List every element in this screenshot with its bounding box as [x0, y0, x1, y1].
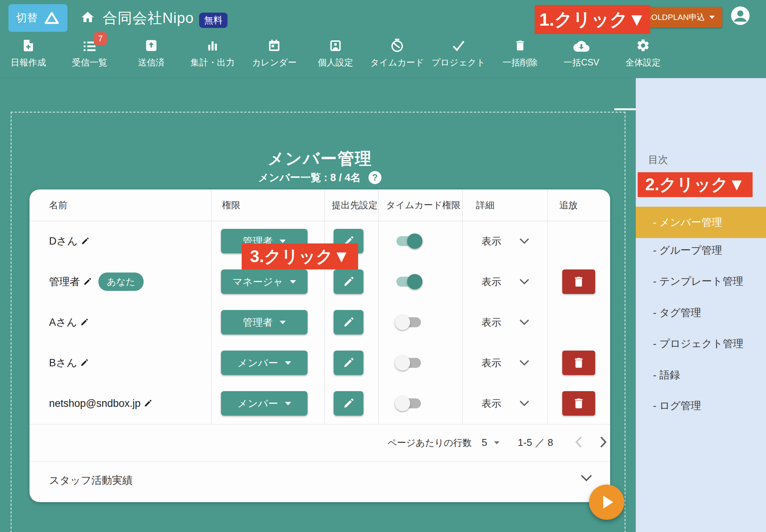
annotation-step1: 1.クリック▼ — [535, 5, 650, 34]
pencil-icon — [343, 276, 354, 287]
submit-to-edit-button[interactable] — [334, 269, 363, 294]
chevron-down-icon — [519, 400, 530, 407]
member-name: Aさん — [49, 302, 88, 343]
sidebar-item-group-management[interactable]: - グループ管理 — [636, 235, 766, 266]
switch-button[interactable]: 切替 — [8, 4, 67, 32]
prev-page-button[interactable] — [574, 436, 583, 450]
chevron-down-icon — [285, 402, 291, 405]
timecard-toggle[interactable] — [396, 277, 421, 287]
nav-label: 一括CSV — [563, 57, 599, 69]
help-icon[interactable]: ? — [368, 171, 381, 184]
pencil-icon — [343, 398, 354, 409]
staff-activity-accordion[interactable]: スタッフ活動実績 — [29, 461, 610, 502]
submit-to-edit-button[interactable] — [334, 351, 363, 375]
remove-member-button[interactable] — [562, 391, 595, 416]
timecard-toggle[interactable] — [396, 236, 421, 246]
edit-name-icon[interactable] — [81, 237, 89, 245]
rows-per-page-caret-icon[interactable] — [494, 441, 499, 444]
rows-per-page-value[interactable]: 5 — [481, 437, 487, 449]
col-header-timecard: タイムカード権限 — [386, 189, 461, 221]
role-dropdown[interactable]: メンバー — [221, 351, 308, 375]
you-chip: あなた — [98, 273, 144, 291]
outbox-icon — [144, 38, 158, 53]
person-badge-icon — [329, 38, 342, 53]
col-header-detail: 詳細 — [476, 189, 494, 221]
rows-per-page-label: ページあたりの行数 — [388, 437, 471, 449]
edit-name-icon[interactable] — [80, 318, 88, 326]
nav-item-calendar[interactable]: カレンダー — [243, 38, 306, 69]
chevron-down-icon — [519, 278, 530, 285]
col-header-name: 名前 — [49, 189, 67, 221]
page-range: 1-5 ／ 8 — [518, 436, 553, 449]
remove-member-button[interactable] — [562, 269, 595, 294]
timecard-toggle[interactable] — [396, 317, 421, 327]
nav-item-bulk-delete[interactable]: 一括削除 — [489, 38, 552, 69]
member-name: 管理者 あなた — [49, 261, 144, 302]
chevron-down-icon — [519, 238, 530, 245]
nav-label: 受信一覧 — [72, 57, 107, 69]
toc-title: 目次 — [648, 153, 668, 166]
staff-activity-label: スタッフ活動実績 — [49, 461, 133, 499]
page-title: メンバー管理 — [29, 148, 610, 170]
detail-dropdown[interactable]: 表示 — [481, 383, 530, 424]
nav-label: タイムカード — [370, 57, 424, 69]
timecard-toggle[interactable] — [396, 358, 421, 368]
nav-label: 送信済 — [138, 57, 165, 69]
pagination: ページあたりの行数 5 1-5 ／ 8 — [388, 424, 607, 461]
goldplan-label: GOLDPLAN申込 — [645, 12, 705, 23]
role-dropdown[interactable]: メンバー — [221, 391, 308, 416]
nav-item-personal-settings[interactable]: 個人設定 — [304, 38, 367, 69]
switch-button-label: 切替 — [16, 11, 38, 25]
col-header-submit-to: 提出先設定 — [332, 189, 378, 221]
chevron-down-icon — [290, 280, 296, 284]
sidebar-item-member-management[interactable]: - メンバー管理 — [636, 207, 766, 238]
annotation-step3: 3.クリック▼ — [242, 243, 358, 269]
nav-item-inbox[interactable]: 7 受信一覧 — [58, 38, 121, 69]
account-avatar-icon[interactable] — [729, 5, 751, 28]
nav-item-aggregate-output[interactable]: 集計・出力 — [181, 38, 244, 69]
nav-item-timecard[interactable]: タイムカード — [366, 38, 429, 69]
bar-chart-icon — [206, 38, 219, 53]
trash-icon — [572, 356, 585, 369]
nav-item-project[interactable]: プロジェクト — [427, 38, 490, 69]
table-row: Aさん 管理者 表示 — [29, 302, 610, 343]
chevron-down-icon — [280, 321, 286, 324]
table-row: Bさん メンバー 表示 — [29, 343, 610, 383]
member-count-text: メンバー一覧 : 8 / 4名 — [258, 171, 360, 184]
remove-member-button[interactable] — [562, 351, 595, 375]
nav-item-global-settings[interactable]: 全体設定 — [612, 38, 674, 69]
member-name: Dさん — [49, 221, 89, 261]
sidebar-item-glossary[interactable]: - 語録 — [636, 360, 766, 390]
nav-label: 日報作成 — [11, 57, 46, 69]
sidebar-item-project-management[interactable]: - プロジェクト管理 — [636, 328, 766, 359]
note-add-icon — [21, 38, 35, 53]
sidebar-item-log-management[interactable]: - ログ管理 — [636, 390, 766, 421]
next-fab-button[interactable] — [589, 485, 624, 520]
submit-to-edit-button[interactable] — [334, 310, 363, 335]
detail-dropdown[interactable]: 表示 — [481, 261, 530, 302]
home-icon[interactable] — [80, 10, 95, 26]
nav-item-bulk-csv[interactable]: 一括CSV — [550, 38, 613, 69]
nav-item-daily-report[interactable]: 日報作成 — [0, 38, 60, 69]
submit-to-edit-button[interactable] — [334, 391, 363, 416]
detail-dropdown[interactable]: 表示 — [481, 221, 530, 261]
col-header-role: 権限 — [222, 189, 241, 221]
edit-name-icon[interactable] — [80, 359, 88, 367]
detail-dropdown[interactable]: 表示 — [481, 343, 530, 383]
sidebar-item-tag-management[interactable]: - タグ管理 — [636, 297, 766, 328]
next-page-button[interactable] — [599, 436, 607, 450]
member-name: netshop@sndbox.jp — [49, 383, 152, 424]
nav-item-sent[interactable]: 送信済 — [120, 38, 183, 69]
role-dropdown[interactable]: 管理者 — [221, 310, 308, 335]
timecard-toggle[interactable] — [396, 398, 421, 408]
role-dropdown[interactable]: マネージャ — [221, 269, 308, 294]
chevron-down-icon — [280, 240, 286, 243]
top-bar: 切替 合同会社Nipo 無料 GOLDPLAN申込 — [0, 0, 766, 32]
detail-dropdown[interactable]: 表示 — [481, 302, 530, 343]
cloud-download-icon — [573, 38, 589, 53]
edit-name-icon[interactable] — [83, 277, 92, 286]
sidebar-item-template-management[interactable]: - テンプレート管理 — [636, 266, 766, 297]
edit-name-icon[interactable] — [144, 399, 152, 408]
nav-label: 個人設定 — [318, 57, 353, 69]
trash-icon — [514, 38, 527, 53]
